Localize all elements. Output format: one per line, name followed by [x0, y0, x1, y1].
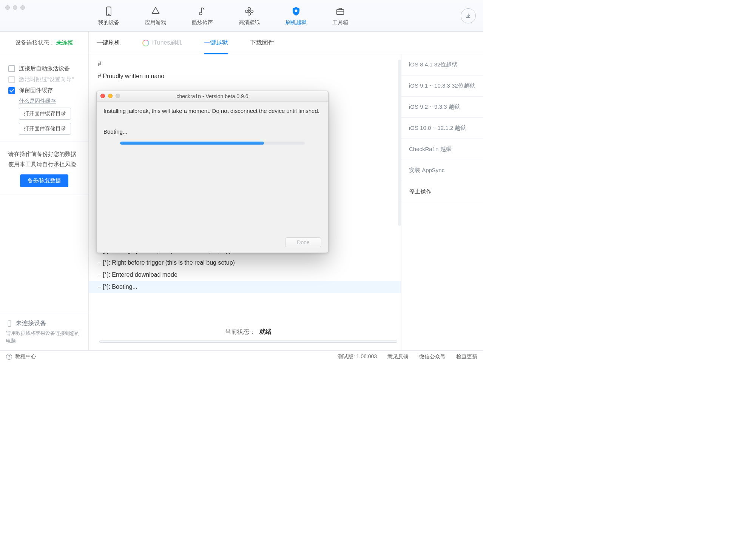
console-line: # Proudly written in nano [98, 70, 392, 82]
status-value: 未连接 [56, 39, 73, 46]
modal-title: checkra1n - Version beta 0.9.6 [177, 93, 248, 99]
window-max-dot[interactable] [20, 5, 25, 10]
checkbox-skip-wizard: 激活时跳过"设置向导" [8, 76, 80, 83]
no-device-panel: 未连接设备 请用数据线将苹果设备连接到您的电脑 [0, 314, 88, 350]
svg-point-8 [251, 10, 253, 12]
topnav-label: 刷机越狱 [285, 19, 307, 26]
no-device-sub: 请用数据线将苹果设备连接到您的电脑 [6, 330, 82, 344]
topnav-ringtones[interactable]: 酷炫铃声 [192, 6, 213, 26]
tab-label: 一键越狱 [204, 39, 228, 47]
no-device-title: 未连接设备 [16, 319, 46, 327]
topnav-label: 酷炫铃声 [192, 19, 213, 26]
version-info: 测试版: 1.06.003 [338, 353, 377, 360]
toolbox-icon [335, 6, 346, 17]
phone-icon [103, 6, 114, 17]
phone-outline-icon [6, 320, 13, 327]
wechat-link[interactable]: 微信公众号 [419, 353, 446, 360]
backup-restore-button[interactable]: 备份/恢复数据 [20, 174, 68, 187]
topnav-label: 工具箱 [332, 19, 348, 26]
checkra1n-modal: checkra1n - Version beta 0.9.6 Installin… [96, 91, 329, 253]
checkbox-icon [8, 76, 15, 83]
svg-point-5 [248, 7, 251, 10]
status-label: 当前状态： [225, 328, 255, 335]
tab-label: iTunes刷机 [152, 39, 182, 47]
tab-download-firmware[interactable]: 下载固件 [250, 32, 274, 54]
progress-bar-empty [99, 341, 397, 343]
rb-ios100-1212[interactable]: iOS 10.0 ~ 12.1.2 越狱 [401, 118, 483, 139]
warning-line: 请在操作前备份好您的数据 [8, 149, 80, 159]
topnav-label: 高清壁纸 [239, 19, 260, 26]
tutorial-center-link[interactable]: ? 教程中心 [6, 353, 36, 360]
svg-point-6 [248, 12, 251, 15]
tab-one-click-flash[interactable]: 一键刷机 [96, 32, 120, 54]
titlebar: 我的设备 应用游戏 酷炫铃声 高清壁纸 刷机越狱 [0, 0, 483, 32]
tab-itunes-flash[interactable]: iTunes刷机 [142, 32, 182, 54]
right-sidebar: iOS 8.4.1 32位越狱 iOS 9.1 ~ 10.3.3 32位越狱 i… [401, 54, 483, 350]
rb-ios841[interactable]: iOS 8.4.1 32位越狱 [401, 54, 483, 76]
check-update-link[interactable]: 检查更新 [456, 353, 477, 360]
tab-one-click-jailbreak[interactable]: 一键越狱 [204, 32, 228, 54]
sub-nav: 一键刷机 iTunes刷机 一键越狱 下载固件 [89, 32, 483, 54]
svg-point-7 [245, 10, 248, 12]
checkbox-label: 保留固件缓存 [19, 87, 53, 94]
version-value: 1.06.003 [356, 353, 377, 359]
feedback-link[interactable]: 意见反馈 [387, 353, 409, 360]
topnav-my-devices[interactable]: 我的设备 [98, 6, 119, 26]
console-line-current: – [*]: Booting... [89, 281, 401, 293]
scrollbar-thumb[interactable] [398, 60, 401, 226]
rb-checkra1n[interactable]: CheckRa1n 越狱 [401, 139, 483, 160]
left-sidebar: 设备连接状态： 未连接 连接后自动激活设备 激活时跳过"设置向导" 保留固件缓存… [0, 32, 89, 350]
modal-max-dot [116, 94, 120, 98]
checkbox-icon [8, 65, 15, 72]
help-icon: ? [6, 354, 12, 360]
topnav-toolbox[interactable]: 工具箱 [332, 6, 348, 26]
topnav-wallpapers[interactable]: 高清壁纸 [239, 6, 260, 26]
done-button-disabled: Done [285, 237, 321, 247]
svg-point-1 [108, 14, 109, 15]
modal-progress-fill [120, 142, 264, 145]
checkbox-auto-activate[interactable]: 连接后自动激活设备 [8, 65, 80, 72]
tab-label: 一键刷机 [96, 39, 120, 47]
rb-ios92-933[interactable]: iOS 9.2 ~ 9.3.3 越狱 [401, 97, 483, 118]
modal-stage: Booting... [103, 128, 321, 135]
btn-open-cache-dir[interactable]: 打开固件缓存目录 [19, 108, 71, 120]
rb-install-appsync[interactable]: 安装 AppSync [401, 160, 483, 181]
no-device-title-row: 未连接设备 [6, 319, 82, 327]
rb-ios91-1033[interactable]: iOS 9.1 ~ 10.3.3 32位越狱 [401, 76, 483, 97]
top-nav: 我的设备 应用游戏 酷炫铃声 高清壁纸 刷机越狱 [98, 0, 348, 31]
modal-message: Installing jailbreak, this will take a m… [103, 107, 321, 115]
console-line: – [*]: Right before trigger (this is the… [98, 257, 392, 269]
modal-titlebar[interactable]: checkra1n - Version beta 0.9.6 [97, 91, 328, 102]
sidebar-options: 连接后自动激活设备 激活时跳过"设置向导" 保留固件缓存 什么是固件缓存 打开固… [0, 54, 88, 142]
shield-icon [290, 6, 302, 17]
apps-icon [150, 6, 161, 17]
downloads-button[interactable] [461, 8, 476, 23]
checkbox-label: 激活时跳过"设置向导" [19, 76, 74, 83]
btn-open-storage-dir[interactable]: 打开固件存储目录 [19, 123, 71, 135]
topnav-jailbreak[interactable]: 刷机越狱 [285, 6, 307, 26]
modal-min-dot[interactable] [108, 94, 113, 98]
topnav-label: 应用游戏 [145, 19, 166, 26]
status-box: 当前状态： 就绪 [99, 328, 397, 343]
topnav-label: 我的设备 [98, 19, 119, 26]
window-close-dot[interactable] [5, 5, 10, 10]
footer-right: 测试版: 1.06.003 意见反馈 微信公众号 检查更新 [338, 353, 477, 360]
modal-body: Installing jailbreak, this will take a m… [97, 102, 328, 253]
status-value: 就绪 [259, 328, 272, 335]
window-min-dot[interactable] [13, 5, 17, 10]
modal-progress [120, 142, 305, 145]
music-note-icon [197, 6, 208, 17]
modal-close-dot[interactable] [100, 94, 105, 98]
checkbox-keep-cache[interactable]: 保留固件缓存 [8, 87, 80, 94]
rb-stop-operation[interactable]: 停止操作 [401, 181, 483, 202]
window-controls [5, 5, 25, 10]
topnav-apps[interactable]: 应用游戏 [145, 6, 166, 26]
itunes-icon [142, 40, 149, 46]
flower-icon [244, 6, 255, 17]
svg-point-9 [295, 9, 298, 12]
link-what-is-cache[interactable]: 什么是固件缓存 [19, 98, 80, 105]
warning-line: 使用本工具请自行承担风险 [8, 159, 80, 169]
connection-status: 设备连接状态： 未连接 [0, 32, 88, 54]
svg-point-4 [248, 10, 250, 12]
checkbox-label: 连接后自动激活设备 [19, 65, 70, 72]
